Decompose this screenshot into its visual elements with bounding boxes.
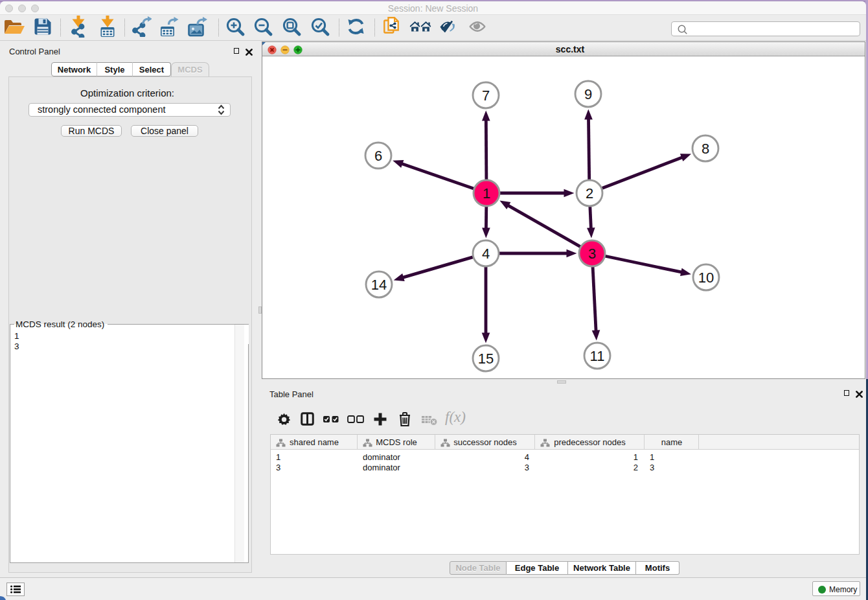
svg-text:9: 9 (584, 86, 592, 102)
svg-text:11: 11 (590, 348, 605, 364)
svg-text:8: 8 (702, 141, 709, 157)
svg-text:2: 2 (586, 185, 593, 202)
svg-text:7: 7 (482, 87, 490, 104)
svg-text:14: 14 (371, 277, 387, 293)
svg-text:1: 1 (483, 185, 490, 202)
svg-text:15: 15 (478, 351, 494, 367)
svg-text:6: 6 (374, 148, 382, 164)
svg-text:4: 4 (482, 246, 490, 262)
svg-text:3: 3 (588, 246, 596, 262)
svg-text:10: 10 (698, 270, 714, 286)
